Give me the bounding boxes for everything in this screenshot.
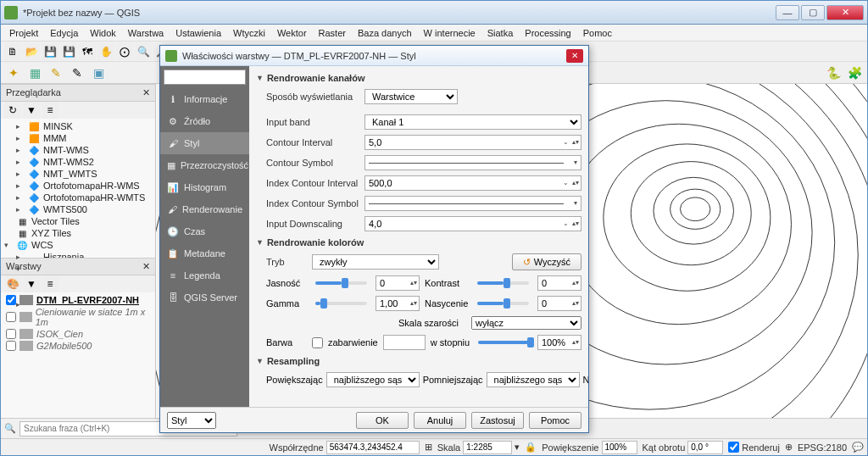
plugin-icon[interactable]: 🧩	[845, 64, 864, 82]
style-menu-button[interactable]: Styl	[167, 412, 216, 429]
panel-close-icon[interactable]: ✕	[142, 261, 150, 272]
section-color-rendering[interactable]: ▼Rendrowanie kolorów	[256, 234, 581, 251]
dialog-tab-metadane[interactable]: 📋Metadane	[160, 242, 249, 264]
browser-tree[interactable]: ▸🟧MINSK▸🟧MMM▸🔷NMT-WMS▸🔷NMT-WMS2▸🔷NMT_WMT…	[1, 119, 155, 258]
crs-icon[interactable]: ⊕	[785, 442, 793, 453]
zoom-out-select[interactable]: najbliższego sąsiada	[487, 372, 580, 387]
gamma-slider[interactable]	[315, 302, 367, 305]
downscaling-spin[interactable]: ⌄▴▾	[364, 216, 581, 231]
menu-item[interactable]: Ustawienia	[170, 26, 226, 40]
pan-icon[interactable]: ✋	[97, 43, 114, 60]
messages-icon[interactable]: 💬	[852, 442, 864, 453]
menu-item[interactable]: Widok	[85, 26, 121, 40]
add-raster-icon[interactable]: ▦	[25, 64, 44, 82]
strength-slider[interactable]	[478, 341, 529, 344]
tree-item[interactable]: ▸🔷NMT-WMS2	[3, 156, 153, 168]
python-icon[interactable]: 🐍	[824, 64, 843, 82]
dialog-tab-legenda[interactable]: ≡Legenda	[160, 264, 249, 286]
strength-spin[interactable]: ▴▾	[537, 335, 581, 350]
section-band-rendering[interactable]: ▼Rendrowanie kanałów	[256, 70, 581, 86]
filter-icon[interactable]: ▼	[23, 102, 40, 119]
saturation-slider[interactable]	[477, 302, 529, 305]
dialog-tab-histogram[interactable]: 📊Histogram	[160, 176, 249, 198]
menu-item[interactable]: Wektor	[272, 26, 312, 40]
menu-item[interactable]: Siatka	[482, 26, 519, 40]
edit-icon[interactable]: ✎	[68, 64, 86, 82]
scale-field[interactable]	[463, 441, 512, 454]
add-vector-icon[interactable]: ✦	[4, 64, 23, 82]
tree-item[interactable]: ▸🟧MMM	[3, 132, 153, 144]
display-mode-select[interactable]: Warstwice	[364, 89, 458, 104]
refresh-icon[interactable]: ↻	[4, 102, 21, 119]
layout-icon[interactable]: 🗺	[79, 43, 96, 60]
apply-button[interactable]: Zastosuj	[471, 412, 524, 429]
save-icon[interactable]: 💾	[42, 43, 58, 60]
collapse-icon[interactable]: ≡	[42, 102, 58, 119]
rot-field[interactable]	[687, 441, 723, 454]
menu-item[interactable]: Processing	[520, 26, 576, 40]
index-interval-spin[interactable]: ⌄▴▾	[364, 175, 581, 191]
tree-item[interactable]: ▸🟧MINSK	[3, 120, 153, 132]
menu-item[interactable]: Wtyczki	[228, 26, 270, 40]
tree-item[interactable]: ▾🌐WCS	[3, 239, 153, 251]
ok-button[interactable]: OK	[356, 412, 409, 429]
reset-button[interactable]: ↺Wyczyść	[512, 253, 581, 270]
render-checkbox[interactable]	[728, 442, 739, 453]
filter-icon[interactable]: ▼	[23, 275, 40, 292]
dialog-tab-przezroczystość[interactable]: ▦Przezroczystość	[160, 154, 249, 176]
contrast-slider[interactable]	[477, 281, 529, 285]
dialog-tab-źródło[interactable]: ⚙Źródło	[160, 110, 249, 132]
tree-item[interactable]: ▸🔷OrtofotomapaHR-WMTS	[3, 192, 153, 203]
tree-item[interactable]: ▦XYZ Tiles	[3, 227, 153, 239]
style-icon[interactable]: 🎨	[4, 275, 21, 292]
menu-item[interactable]: Raster	[314, 26, 351, 40]
lock-icon[interactable]: 🔒	[525, 442, 537, 453]
colorize-color-button[interactable]	[383, 335, 426, 350]
dialog-tab-renderowanie[interactable]: 🖌Renderowanie	[160, 198, 249, 220]
extent-icon[interactable]: ⊞	[425, 442, 432, 453]
menu-item[interactable]: Projekt	[4, 26, 43, 40]
layers-list[interactable]: DTM_PL-EVRF2007-NHCieniowanie w siatce 1…	[1, 292, 155, 418]
dialog-tab-informacje[interactable]: ℹInformacje	[160, 88, 249, 110]
tree-item[interactable]: ▸🔷WMTS500	[3, 203, 153, 215]
mag-field[interactable]	[602, 441, 637, 454]
layer-checkbox[interactable]	[6, 312, 16, 322]
tree-item[interactable]: ▦Vector Tiles	[3, 215, 153, 227]
tree-item[interactable]: ▸Hiszpania	[3, 251, 153, 258]
cancel-button[interactable]: Anuluj	[414, 412, 466, 429]
new-project-icon[interactable]: 🗎	[4, 43, 21, 60]
tree-item[interactable]: ▸🔷OrtofotomapaHR-WMS	[3, 180, 153, 192]
gamma-spin[interactable]: ▴▾	[376, 296, 420, 311]
brightness-slider[interactable]	[315, 281, 367, 285]
help-button[interactable]: Pomoc	[529, 412, 581, 429]
select-icon[interactable]: ▣	[89, 64, 108, 82]
brightness-spin[interactable]: ▴▾	[376, 275, 420, 291]
tree-item[interactable]: ▸🔷NMT_WMTS	[3, 168, 153, 180]
blend-mode-select[interactable]: zwykły	[312, 254, 439, 270]
layer-item[interactable]: ISOK_Cien	[3, 328, 153, 340]
open-project-icon[interactable]: 📂	[23, 43, 40, 60]
layer-checkbox[interactable]	[6, 329, 16, 339]
section-resampling[interactable]: ▼Resampling	[256, 353, 581, 370]
dialog-search-input[interactable]	[164, 70, 246, 85]
contrast-spin[interactable]: ▴▾	[537, 275, 581, 291]
contour-interval-spin[interactable]: ⌄▴▾	[364, 135, 581, 150]
panel-close-icon[interactable]: ✕	[142, 87, 150, 98]
input-band-select[interactable]: Kanał 1	[364, 114, 581, 130]
zoom-in-select[interactable]: najbliższego sąsiada	[326, 372, 420, 387]
close-button[interactable]: ✕	[826, 5, 864, 20]
expand-icon[interactable]: ≡	[42, 275, 58, 292]
identify-icon[interactable]: ⨀	[116, 43, 133, 60]
saturation-spin[interactable]: ▴▾	[537, 296, 581, 311]
contour-symbol-button[interactable]: ▾	[364, 155, 581, 170]
menu-item[interactable]: W internecie	[419, 26, 481, 40]
dialog-tab-styl[interactable]: 🖌Styl	[160, 132, 249, 154]
maximize-button[interactable]: ▢	[801, 5, 825, 20]
menu-item[interactable]: Warstwa	[123, 26, 169, 40]
menu-item[interactable]: Pomoc	[578, 26, 617, 40]
layer-item[interactable]: Cieniowanie w siatce 1m x 1m	[3, 306, 153, 328]
layer-checkbox[interactable]	[6, 341, 16, 351]
colorize-checkbox[interactable]	[312, 337, 323, 348]
layer-checkbox[interactable]	[6, 295, 16, 305]
menu-item[interactable]: Baza danych	[353, 26, 417, 40]
